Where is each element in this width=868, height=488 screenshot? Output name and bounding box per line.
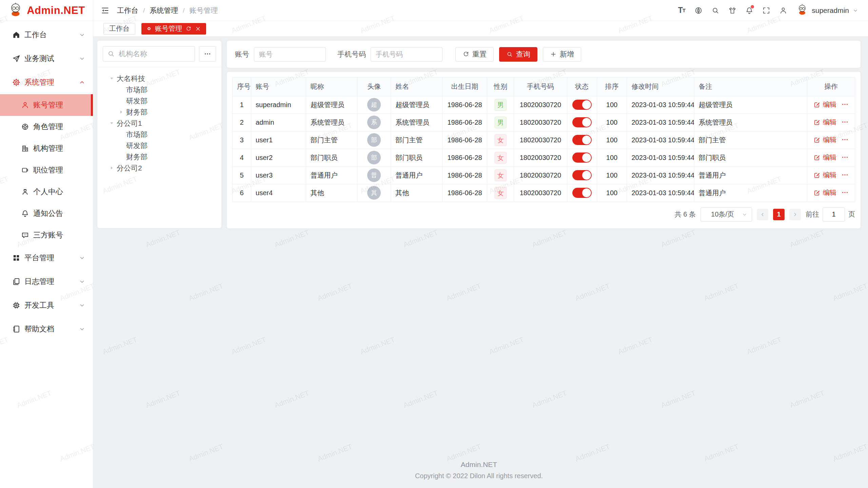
tree-node[interactable]: 大名科技 bbox=[103, 73, 216, 84]
tab-account-management[interactable]: 账号管理 bbox=[141, 23, 206, 35]
sidebar-item[interactable]: 个人中心 bbox=[0, 181, 93, 203]
phone-label: 手机号码 bbox=[337, 49, 366, 59]
status-toggle[interactable] bbox=[572, 188, 592, 198]
mascot-logo-icon bbox=[8, 2, 23, 19]
app-logo[interactable]: Admin.NET bbox=[0, 0, 93, 21]
gender-badge: 女 bbox=[495, 134, 507, 146]
more-actions-button[interactable] bbox=[841, 154, 849, 161]
avatar: 超 bbox=[367, 98, 381, 111]
phone-input[interactable] bbox=[371, 47, 442, 62]
sidebar-item[interactable]: 日志管理 bbox=[0, 270, 93, 293]
more-options-button[interactable] bbox=[199, 46, 216, 62]
sidebar-item[interactable]: 工作台 bbox=[0, 23, 93, 47]
tree-node[interactable]: 分公司1 bbox=[103, 118, 216, 129]
page-number-current[interactable]: 1 bbox=[773, 209, 785, 220]
send-icon bbox=[12, 54, 21, 63]
refresh-icon[interactable] bbox=[185, 26, 192, 32]
sidebar-item[interactable]: 帮助文档 bbox=[0, 317, 93, 341]
table-row: 3user1部门主管部部门主管1986-06-28女18020030720100… bbox=[233, 131, 855, 149]
more-actions-button[interactable] bbox=[841, 118, 849, 126]
status-toggle[interactable] bbox=[572, 100, 592, 110]
gear-icon bbox=[12, 78, 21, 87]
language-icon[interactable] bbox=[691, 3, 706, 18]
theme-shirt-icon[interactable] bbox=[725, 3, 740, 18]
notification-bell-icon[interactable] bbox=[742, 3, 757, 18]
sidebar-item[interactable]: 机构管理 bbox=[0, 138, 93, 159]
edit-button[interactable]: 编辑 bbox=[813, 153, 836, 162]
breadcrumb-item[interactable]: 系统管理 bbox=[150, 6, 178, 15]
role-ring-icon bbox=[20, 123, 30, 131]
status-toggle[interactable] bbox=[572, 135, 592, 145]
sidebar-item[interactable]: 开发工具 bbox=[0, 293, 93, 317]
sidebar-menu: 工作台业务测试系统管理账号管理角色管理机构管理职位管理个人中心通知公告三方账号平… bbox=[0, 21, 93, 488]
user-menu[interactable]: superadmin bbox=[796, 3, 859, 17]
more-actions-button[interactable] bbox=[841, 101, 849, 108]
tree-node[interactable]: 财务部 bbox=[103, 151, 216, 162]
breadcrumb-item[interactable]: 工作台 bbox=[117, 6, 138, 15]
status-toggle[interactable] bbox=[572, 170, 592, 180]
more-actions-button[interactable] bbox=[841, 189, 849, 196]
sidebar-item[interactable]: 账号管理 bbox=[0, 94, 93, 116]
sidebar-item[interactable]: 平台管理 bbox=[0, 246, 93, 270]
book-icon bbox=[12, 325, 21, 333]
org-tree: 大名科技市场部研发部财务部分公司1市场部研发部财务部分公司2 bbox=[103, 67, 216, 174]
tree-expand-icon[interactable] bbox=[107, 165, 116, 171]
tree-node[interactable]: 分公司2 bbox=[103, 162, 216, 174]
add-button[interactable]: 新增 bbox=[543, 47, 581, 62]
page-size-select[interactable]: 10条/页 bbox=[701, 207, 752, 222]
font-size-icon[interactable]: TT bbox=[674, 3, 689, 18]
status-toggle[interactable] bbox=[572, 117, 592, 127]
edit-button[interactable]: 编辑 bbox=[813, 118, 836, 127]
tree-expand-icon[interactable] bbox=[117, 109, 125, 115]
page-unit-label: 页 bbox=[848, 210, 855, 219]
edit-button[interactable]: 编辑 bbox=[813, 100, 836, 109]
tab-workbench[interactable]: 工作台 bbox=[103, 23, 135, 35]
reset-button[interactable]: 重置 bbox=[455, 47, 494, 62]
column-header: 姓名 bbox=[391, 78, 442, 96]
sidebar-item[interactable]: 通知公告 bbox=[0, 203, 93, 224]
search-icon[interactable] bbox=[708, 3, 723, 18]
more-actions-button[interactable] bbox=[841, 171, 849, 179]
sidebar-item[interactable]: 角色管理 bbox=[0, 116, 93, 138]
account-input[interactable] bbox=[254, 47, 326, 62]
right-column: 账号 手机号码 重置 查询 bbox=[227, 41, 861, 228]
sidebar-item[interactable]: 业务测试 bbox=[0, 47, 93, 70]
avatar bbox=[796, 3, 808, 17]
column-header: 操作 bbox=[807, 78, 855, 96]
table-row: 1superadmin超级管理员超超级管理员1986-06-28男1802003… bbox=[233, 96, 855, 114]
next-page-button[interactable] bbox=[789, 209, 801, 220]
tree-node[interactable]: 研发部 bbox=[103, 95, 216, 106]
sidebar-item[interactable]: 系统管理 bbox=[0, 70, 93, 94]
tree-node[interactable]: 市场部 bbox=[103, 129, 216, 140]
edit-button[interactable]: 编辑 bbox=[813, 188, 836, 197]
more-actions-button[interactable] bbox=[841, 136, 849, 143]
sidebar-item[interactable]: 职位管理 bbox=[0, 159, 93, 181]
prev-page-button[interactable] bbox=[757, 209, 768, 220]
tree-node[interactable]: 研发部 bbox=[103, 140, 216, 151]
query-card: 账号 手机号码 重置 查询 bbox=[227, 41, 861, 68]
sidebar-item[interactable]: 三方账号 bbox=[0, 224, 93, 246]
chevron-down-icon bbox=[742, 211, 748, 218]
account-label: 账号 bbox=[235, 49, 249, 59]
goto-page-input[interactable] bbox=[823, 207, 845, 222]
close-icon[interactable] bbox=[195, 26, 201, 32]
user-profile-icon[interactable] bbox=[776, 3, 791, 18]
chevron-down-icon bbox=[79, 326, 85, 332]
tree-expand-icon[interactable] bbox=[107, 120, 116, 126]
breadcrumb-separator: / bbox=[183, 7, 184, 14]
edit-button[interactable]: 编辑 bbox=[813, 135, 836, 144]
notification-dot bbox=[751, 5, 754, 8]
search-button[interactable]: 查询 bbox=[499, 47, 537, 62]
tree-expand-icon[interactable] bbox=[107, 76, 116, 81]
edit-button[interactable]: 编辑 bbox=[813, 170, 836, 180]
plus-icon bbox=[550, 51, 557, 58]
column-header: 性别 bbox=[487, 78, 514, 96]
menu-fold-icon[interactable] bbox=[101, 6, 110, 15]
tree-node[interactable]: 市场部 bbox=[103, 84, 216, 95]
tree-node[interactable]: 财务部 bbox=[103, 106, 216, 118]
column-header: 头像 bbox=[357, 78, 391, 96]
org-search-input[interactable] bbox=[103, 46, 195, 62]
fullscreen-icon[interactable] bbox=[759, 3, 774, 18]
status-toggle[interactable] bbox=[572, 152, 592, 163]
refresh-icon bbox=[462, 51, 469, 58]
